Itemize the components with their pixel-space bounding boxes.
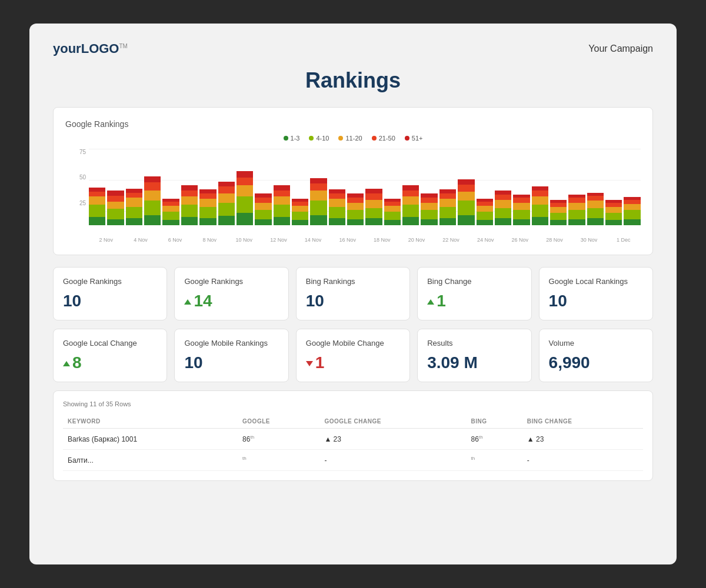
- bar-group: [162, 199, 179, 225]
- bar-group: [605, 200, 622, 225]
- bar-segment: [532, 186, 548, 191]
- x-labels: 2 Nov4 Nov6 Nov8 Nov10 Nov12 Nov14 Nov16…: [89, 237, 641, 243]
- legend-dot-4-10: [309, 136, 314, 141]
- bar-segment: [365, 208, 382, 218]
- x-label: 10 Nov: [227, 237, 262, 243]
- bar-segment: [532, 191, 548, 196]
- table-column-header: BING: [467, 415, 522, 429]
- bar-group: [439, 189, 456, 225]
- metric-label: Google Mobile Change: [306, 339, 400, 348]
- metric-value: 10: [549, 292, 643, 310]
- table-body: Barkas (Баркас) 100186th▲ 2386th▲ 23Балт…: [63, 429, 643, 471]
- metric-card: Google Mobile Change1: [296, 329, 410, 382]
- metric-value: 8: [63, 353, 157, 372]
- bar-segment: [199, 207, 216, 218]
- bar-segment: [605, 220, 622, 225]
- bar-segment: [126, 193, 142, 198]
- bar-segment: [329, 199, 345, 207]
- arrow-up-icon: [184, 299, 191, 305]
- table-row: Barkas (Баркас) 100186th▲ 2386th▲ 23: [63, 429, 643, 450]
- bar-segment: [181, 191, 198, 196]
- bar-segment: [144, 201, 161, 215]
- legend-dot-21-50: [372, 136, 377, 141]
- chart-title: Google Rankings: [65, 119, 641, 129]
- bar-segment: [255, 193, 271, 198]
- x-label: 8 Nov: [192, 237, 227, 243]
- table-row: Балти...th-th-: [63, 450, 643, 471]
- bar-segment: [310, 201, 327, 215]
- bar-segment: [513, 198, 530, 203]
- bar-segment: [310, 191, 327, 201]
- chart-legend: 1-3 4-10 11-20 21-50 51+: [65, 135, 641, 142]
- bar-segment: [439, 218, 456, 225]
- bar-segment: [347, 203, 364, 210]
- bar-group: [532, 186, 548, 225]
- bar-segment: [402, 217, 419, 225]
- metric-label: Google Rankings: [63, 277, 157, 286]
- table-cell-bing-change: -: [522, 450, 643, 471]
- bar-segment: [162, 206, 179, 212]
- bar-group: [199, 189, 216, 225]
- bar-segment: [329, 193, 345, 199]
- chart-card: Google Rankings 1-3 4-10 11-20 21-50 51+: [53, 107, 653, 255]
- bar-segment: [274, 185, 290, 191]
- bar-segment: [237, 196, 253, 213]
- bar-segment: [181, 205, 198, 217]
- bar-segment: [162, 212, 179, 220]
- bar-segment: [587, 201, 604, 208]
- legend-dot-51plus: [405, 136, 409, 141]
- bar-segment: [237, 213, 253, 225]
- bar-segment: [568, 198, 585, 203]
- bar-segment: [255, 198, 271, 203]
- metric-card: Google Local Rankings10: [539, 267, 653, 320]
- legend-label-51plus: 51+: [412, 135, 423, 142]
- x-label: 2 Nov: [89, 237, 124, 243]
- metric-value: 1: [427, 292, 521, 310]
- bar-segment: [458, 179, 474, 185]
- bar-segment: [89, 205, 105, 217]
- logo-bold: LOGO: [81, 41, 119, 56]
- bar-segment: [477, 220, 493, 225]
- bars-container: [89, 149, 641, 225]
- legend-item-4-10: 4-10: [309, 135, 329, 142]
- x-label: 24 Nov: [468, 237, 503, 243]
- bar-segment: [329, 218, 345, 225]
- x-label: 6 Nov: [158, 237, 192, 243]
- bar-segment: [421, 193, 437, 198]
- table-column-header: GOOGLE: [238, 415, 319, 429]
- bar-segment: [532, 217, 548, 225]
- metric-label: Results: [427, 339, 521, 348]
- arrow-up-icon: [63, 361, 70, 366]
- bar-group: [237, 171, 253, 225]
- bar-group: [513, 195, 530, 225]
- bar-segment: [329, 189, 345, 193]
- metric-card: Google Mobile Rankings10: [174, 329, 288, 382]
- table-card: Showing 11 of 35 Rows KEYWORDGOOGLEGOOGL…: [53, 390, 653, 481]
- metric-label: Google Local Rankings: [549, 277, 643, 286]
- bar-group: [624, 196, 640, 225]
- bar-segment: [605, 213, 622, 220]
- table-column-header: BING CHANGE: [522, 415, 643, 429]
- bar-segment: [292, 220, 308, 225]
- bar-segment: [365, 218, 382, 225]
- table-cell-keyword: Barkas (Баркас) 1001: [63, 429, 238, 450]
- bar-segment: [144, 182, 161, 191]
- table-head: KEYWORDGOOGLEGOOGLE CHANGEBINGBING CHANG…: [63, 415, 643, 429]
- metric-card: Google Local Change8: [53, 329, 167, 382]
- table-header-row: KEYWORDGOOGLEGOOGLE CHANGEBINGBING CHANG…: [63, 415, 643, 429]
- legend-item-1-3: 1-3: [284, 135, 300, 142]
- metric-card: Volume6,990: [539, 329, 653, 382]
- y-label-75: 75: [65, 149, 86, 155]
- bar-segment: [624, 219, 640, 225]
- bar-segment: [513, 203, 530, 210]
- bar-segment: [162, 220, 179, 225]
- bar-segment: [624, 200, 640, 204]
- legend-dot-11-20: [338, 136, 343, 141]
- x-label: 30 Nov: [572, 237, 607, 243]
- bar-segment: [199, 189, 216, 193]
- bar-segment: [568, 210, 585, 219]
- bar-group: [568, 195, 585, 225]
- bar-segment: [568, 203, 585, 210]
- bar-segment: [568, 219, 585, 225]
- bar-segment: [329, 207, 345, 218]
